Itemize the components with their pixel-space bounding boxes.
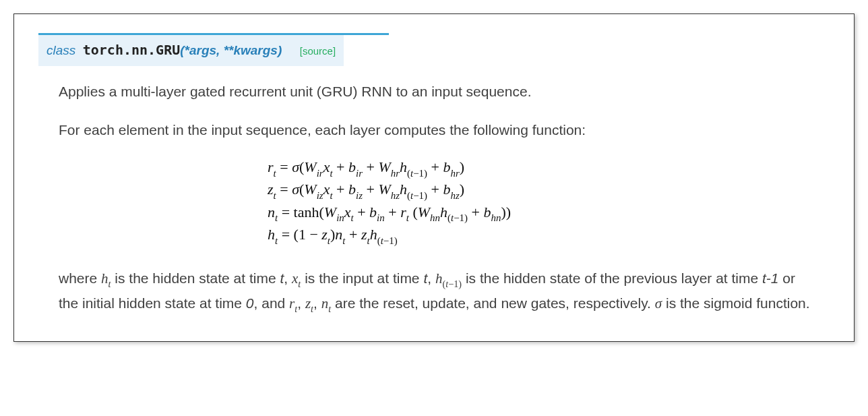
var-zt: zt — [305, 295, 313, 311]
desc-comma2: , — [313, 295, 321, 311]
desc-txt8: , and — [254, 295, 290, 311]
class-keyword: class — [46, 43, 75, 57]
var-nt: nt — [321, 295, 331, 311]
desc-txt1: where — [59, 270, 101, 286]
qualified-name: torch.nn.GRU — [83, 42, 181, 58]
doc-body: Applies a multi-layer gated recurrent un… — [38, 81, 830, 317]
var-sigma: σ — [655, 295, 662, 311]
desc-comma1: , — [297, 295, 305, 311]
desc-txt10: is the sigmoid function. — [662, 295, 809, 311]
doc-card: class torch.nn.GRU(*args, **kwargs) [sou… — [13, 13, 855, 342]
class-signature: class torch.nn.GRU(*args, **kwargs) [sou… — [38, 35, 344, 66]
intro-paragraph: Applies a multi-layer gated recurrent un… — [59, 81, 816, 103]
var-htm1: h(t−1) — [435, 270, 462, 287]
signature-params: (*args, **kwargs) — [180, 43, 282, 57]
desc-txt9: are the reset, update, and new gates, re… — [331, 295, 655, 311]
equation-rt: rt = σ(Wirxt + bir + Whrh(t−1) + bhr) — [59, 158, 816, 178]
desc-txt5: , — [427, 270, 435, 286]
var-rt: rt — [289, 295, 297, 311]
desc-txt4: is the input at time — [301, 270, 423, 286]
source-link[interactable]: [source] — [300, 45, 336, 57]
description-paragraph: where ht is the hidden state at time t, … — [59, 266, 816, 317]
time-zero: 0 — [246, 295, 254, 311]
var-xt: xt — [292, 270, 301, 287]
desc-txt2: is the hidden state at time — [111, 270, 280, 286]
equation-ht: ht = (1 − zt)nt + zth(t−1) — [59, 226, 816, 245]
desc-txt3: , — [284, 270, 292, 286]
equation-block: rt = σ(Wirxt + bir + Whrh(t−1) + bhr) zt… — [59, 158, 816, 246]
lead-paragraph: For each element in the input sequence, … — [59, 119, 816, 142]
time-tminus1: t-1 — [762, 270, 779, 286]
equation-zt: zt = σ(Wizxt + biz + Whzh(t−1) + bhz) — [59, 181, 816, 200]
var-ht: ht — [101, 270, 111, 287]
desc-txt6: is the hidden state of the previous laye… — [462, 270, 762, 286]
equation-nt: nt = tanh(Winxt + bin + rt (Whnh(t−1) + … — [59, 204, 816, 223]
